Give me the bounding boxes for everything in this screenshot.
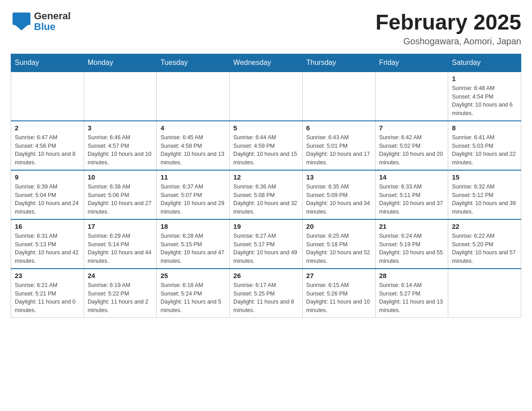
day-number: 23	[15, 272, 80, 279]
day-number: 15	[452, 173, 517, 181]
week-row-3: 9Sunrise: 6:39 AMSunset: 5:04 PMDaylight…	[11, 170, 521, 219]
weekday-header-sunday: Sunday	[11, 54, 84, 72]
weekday-header-thursday: Thursday	[302, 54, 375, 72]
logo-general-text: General	[34, 11, 71, 21]
weekday-header-monday: Monday	[84, 54, 157, 72]
day-cell: 16Sunrise: 6:31 AMSunset: 5:13 PMDayligh…	[11, 219, 84, 269]
day-cell: 17Sunrise: 6:29 AMSunset: 5:14 PMDayligh…	[84, 219, 157, 269]
day-cell	[230, 72, 303, 121]
weekday-header-row: SundayMondayTuesdayWednesdayThursdayFrid…	[11, 54, 521, 72]
day-number: 2	[15, 124, 80, 132]
day-info: Sunrise: 6:47 AMSunset: 4:56 PMDaylight:…	[15, 133, 80, 167]
week-row-1: 1Sunrise: 6:48 AMSunset: 4:54 PMDaylight…	[11, 72, 521, 121]
day-number: 8	[452, 124, 517, 132]
day-cell: 8Sunrise: 6:41 AMSunset: 5:03 PMDaylight…	[448, 121, 521, 170]
page-header: General Blue February 2025 Goshogawara, …	[11, 11, 521, 47]
day-cell: 6Sunrise: 6:43 AMSunset: 5:01 PMDaylight…	[302, 121, 375, 170]
day-info: Sunrise: 6:35 AMSunset: 5:09 PMDaylight:…	[306, 183, 372, 216]
day-number: 16	[15, 223, 80, 230]
day-number: 10	[88, 173, 153, 181]
day-number: 22	[452, 223, 517, 230]
day-number: 5	[233, 124, 299, 132]
day-info: Sunrise: 6:41 AMSunset: 5:03 PMDaylight:…	[452, 133, 517, 167]
day-number: 21	[379, 223, 445, 230]
week-row-4: 16Sunrise: 6:31 AMSunset: 5:13 PMDayligh…	[11, 219, 521, 269]
day-cell: 9Sunrise: 6:39 AMSunset: 5:04 PMDaylight…	[11, 170, 84, 219]
day-cell: 26Sunrise: 6:17 AMSunset: 5:25 PMDayligh…	[230, 269, 303, 318]
day-info: Sunrise: 6:24 AMSunset: 5:19 PMDaylight:…	[379, 232, 445, 265]
day-cell: 15Sunrise: 6:32 AMSunset: 5:12 PMDayligh…	[448, 170, 521, 219]
day-info: Sunrise: 6:43 AMSunset: 5:01 PMDaylight:…	[306, 133, 372, 167]
week-row-2: 2Sunrise: 6:47 AMSunset: 4:56 PMDaylight…	[11, 121, 521, 170]
day-cell: 18Sunrise: 6:28 AMSunset: 5:15 PMDayligh…	[157, 219, 230, 269]
day-info: Sunrise: 6:27 AMSunset: 5:17 PMDaylight:…	[233, 232, 299, 265]
day-info: Sunrise: 6:45 AMSunset: 4:58 PMDaylight:…	[160, 133, 226, 167]
day-cell: 20Sunrise: 6:25 AMSunset: 5:18 PMDayligh…	[302, 219, 375, 269]
logo-icon	[11, 11, 32, 32]
day-info: Sunrise: 6:44 AMSunset: 4:59 PMDaylight:…	[233, 133, 299, 167]
month-title: February 2025	[375, 11, 521, 34]
day-cell: 23Sunrise: 6:21 AMSunset: 5:21 PMDayligh…	[11, 269, 84, 318]
day-number: 4	[160, 124, 226, 132]
day-cell: 5Sunrise: 6:44 AMSunset: 4:59 PMDaylight…	[230, 121, 303, 170]
day-number: 13	[306, 173, 372, 181]
day-info: Sunrise: 6:21 AMSunset: 5:21 PMDaylight:…	[15, 281, 80, 315]
day-number: 27	[306, 272, 372, 279]
day-cell	[84, 72, 157, 121]
day-info: Sunrise: 6:17 AMSunset: 5:25 PMDaylight:…	[233, 281, 299, 315]
day-info: Sunrise: 6:38 AMSunset: 5:06 PMDaylight:…	[88, 183, 153, 216]
day-number: 7	[379, 124, 445, 132]
day-number: 18	[160, 223, 226, 230]
day-number: 9	[15, 173, 80, 181]
day-cell: 27Sunrise: 6:15 AMSunset: 5:26 PMDayligh…	[302, 269, 375, 318]
weekday-header-tuesday: Tuesday	[157, 54, 230, 72]
location: Goshogawara, Aomori, Japan	[375, 36, 521, 47]
day-info: Sunrise: 6:18 AMSunset: 5:24 PMDaylight:…	[160, 281, 226, 315]
day-number: 1	[452, 75, 517, 82]
logo-blue-text: Blue	[34, 21, 71, 32]
day-number: 3	[88, 124, 153, 132]
day-cell: 24Sunrise: 6:19 AMSunset: 5:22 PMDayligh…	[84, 269, 157, 318]
day-number: 12	[233, 173, 299, 181]
day-number: 20	[306, 223, 372, 230]
day-info: Sunrise: 6:42 AMSunset: 5:02 PMDaylight:…	[379, 133, 445, 167]
day-info: Sunrise: 6:29 AMSunset: 5:14 PMDaylight:…	[88, 232, 153, 265]
day-info: Sunrise: 6:15 AMSunset: 5:26 PMDaylight:…	[306, 281, 372, 315]
day-number: 14	[379, 173, 445, 181]
day-cell	[448, 269, 521, 318]
day-cell: 1Sunrise: 6:48 AMSunset: 4:54 PMDaylight…	[448, 72, 521, 121]
day-info: Sunrise: 6:36 AMSunset: 5:08 PMDaylight:…	[233, 183, 299, 216]
day-info: Sunrise: 6:28 AMSunset: 5:15 PMDaylight:…	[160, 232, 226, 265]
day-cell: 25Sunrise: 6:18 AMSunset: 5:24 PMDayligh…	[157, 269, 230, 318]
weekday-header-wednesday: Wednesday	[230, 54, 303, 72]
day-info: Sunrise: 6:46 AMSunset: 4:57 PMDaylight:…	[88, 133, 153, 167]
day-number: 28	[379, 272, 445, 279]
day-number: 25	[160, 272, 226, 279]
day-info: Sunrise: 6:37 AMSunset: 5:07 PMDaylight:…	[160, 183, 226, 216]
day-cell: 21Sunrise: 6:24 AMSunset: 5:19 PMDayligh…	[375, 219, 448, 269]
svg-marker-1	[15, 25, 28, 30]
day-number: 6	[306, 124, 372, 132]
day-number: 11	[160, 173, 226, 181]
svg-rect-0	[13, 13, 30, 25]
day-cell: 3Sunrise: 6:46 AMSunset: 4:57 PMDaylight…	[84, 121, 157, 170]
logo: General Blue	[11, 11, 71, 32]
day-cell: 11Sunrise: 6:37 AMSunset: 5:07 PMDayligh…	[157, 170, 230, 219]
day-cell: 4Sunrise: 6:45 AMSunset: 4:58 PMDaylight…	[157, 121, 230, 170]
day-cell	[375, 72, 448, 121]
title-block: February 2025 Goshogawara, Aomori, Japan	[375, 11, 521, 47]
day-cell	[157, 72, 230, 121]
day-info: Sunrise: 6:33 AMSunset: 5:11 PMDaylight:…	[379, 183, 445, 216]
day-cell: 13Sunrise: 6:35 AMSunset: 5:09 PMDayligh…	[302, 170, 375, 219]
day-info: Sunrise: 6:22 AMSunset: 5:20 PMDaylight:…	[452, 232, 517, 265]
day-number: 17	[88, 223, 153, 230]
day-cell: 28Sunrise: 6:14 AMSunset: 5:27 PMDayligh…	[375, 269, 448, 318]
day-cell: 12Sunrise: 6:36 AMSunset: 5:08 PMDayligh…	[230, 170, 303, 219]
day-info: Sunrise: 6:31 AMSunset: 5:13 PMDaylight:…	[15, 232, 80, 265]
day-cell: 19Sunrise: 6:27 AMSunset: 5:17 PMDayligh…	[230, 219, 303, 269]
day-info: Sunrise: 6:32 AMSunset: 5:12 PMDaylight:…	[452, 183, 517, 216]
day-info: Sunrise: 6:39 AMSunset: 5:04 PMDaylight:…	[15, 183, 80, 216]
day-cell	[11, 72, 84, 121]
day-cell: 7Sunrise: 6:42 AMSunset: 5:02 PMDaylight…	[375, 121, 448, 170]
calendar: SundayMondayTuesdayWednesdayThursdayFrid…	[11, 54, 521, 318]
